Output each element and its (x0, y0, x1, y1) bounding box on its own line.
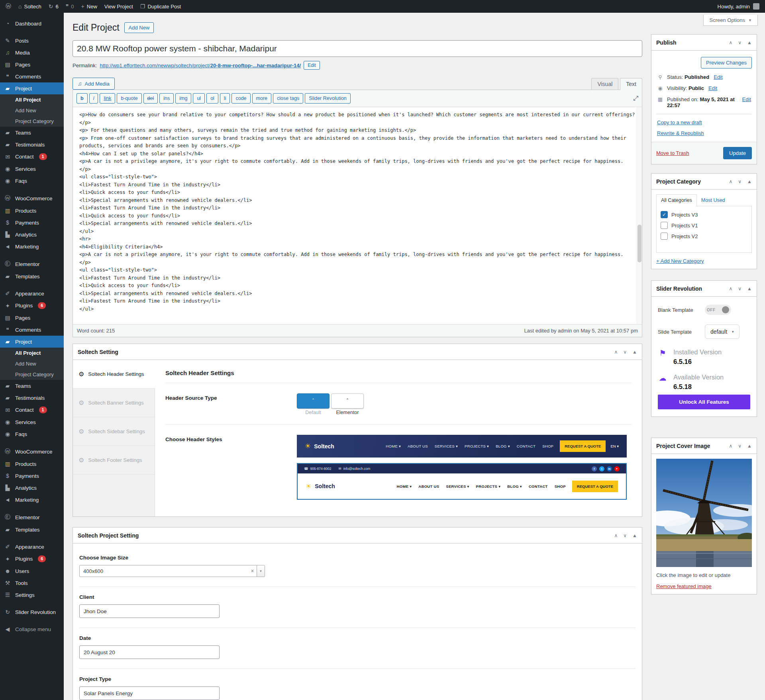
sidebar-item-dashboard[interactable]: ◔ Dashboard (0, 18, 64, 29)
qt-bold-button[interactable]: b (76, 93, 88, 104)
edit-published-date-link[interactable]: Edit (742, 96, 751, 102)
move-down-icon[interactable]: ∨ (738, 179, 741, 184)
sidebar-item-woocommerce[interactable]: Ⓦ WooCommerce (0, 192, 64, 205)
sidebar-subitem-all-project-2[interactable]: All Project (0, 348, 64, 358)
add-media-button[interactable]: ♫ Add Media (73, 78, 115, 90)
howdy-menu[interactable]: Howdy, admin (718, 4, 750, 10)
move-up-icon[interactable]: ∧ (729, 40, 733, 45)
toggle-panel-icon[interactable]: ▲ (747, 40, 752, 45)
date-input[interactable] (79, 645, 220, 659)
header-source-default-option[interactable]: ˆ Default (297, 393, 330, 415)
sidebar-item-marketing[interactable]: ◄ Marketing (0, 241, 64, 252)
text-tab[interactable]: Text (620, 78, 642, 90)
sidebar-item-plugins-2[interactable]: ✦ Plugins 6 (0, 553, 64, 565)
editor-scrollbar[interactable] (637, 107, 642, 324)
move-up-icon[interactable]: ∧ (729, 443, 733, 449)
post-title-input[interactable] (73, 40, 642, 57)
wordpress-logo-icon[interactable]: Ⓦ (6, 3, 11, 10)
tab-soltech-banner-settings[interactable]: ⚙ Soltech Banner Settings (73, 389, 155, 417)
sidebar-item-appearance-2[interactable]: ✐ Appearance (0, 541, 64, 553)
sidebar-item-analytics[interactable]: ▙ Analytics (0, 229, 64, 241)
copy-to-new-draft-link[interactable]: Copy to a new draft (657, 119, 751, 125)
move-up-icon[interactable]: ∧ (614, 533, 618, 538)
sidebar-item-elementor-2[interactable]: Ⓔ Elementor (0, 511, 64, 524)
sidebar-item-comments-2[interactable]: ❝ Comments (0, 324, 64, 336)
qt-code-button[interactable]: code (231, 93, 250, 104)
sidebar-item-payments[interactable]: $ Payments (0, 217, 64, 229)
qt-slider-revolution-button[interactable]: Slider Revolution (305, 93, 351, 104)
qt-more-button[interactable]: more (252, 93, 271, 104)
toggle-panel-icon[interactable]: ▲ (632, 349, 637, 355)
sidebar-subitem-add-new[interactable]: Add New (0, 105, 64, 116)
category-checkbox-projects-v2[interactable]: Projects V2 (661, 233, 747, 240)
update-button[interactable]: Update (723, 147, 752, 159)
sidebar-item-teams[interactable]: ▰ Teams (0, 127, 64, 139)
toggle-panel-icon[interactable]: ▲ (747, 179, 752, 184)
header-style-1-preview[interactable]: ☀Soltech HOME ▾ABOUT USSERVICES ▾PROJECT… (297, 435, 627, 458)
sidebar-subitem-project-category[interactable]: Project Category (0, 116, 64, 127)
sidebar-item-users[interactable]: ☻ Users (0, 565, 64, 577)
qt-bquote-button[interactable]: b-quote (117, 93, 141, 104)
sidebar-item-media[interactable]: ♫ Media (0, 47, 64, 59)
project-type-input[interactable] (79, 686, 220, 700)
sidebar-subitem-add-new-2[interactable]: Add New (0, 358, 64, 369)
view-project-link[interactable]: View Project (104, 4, 133, 10)
move-down-icon[interactable]: ∨ (738, 286, 741, 291)
blank-template-toggle[interactable]: OFF (705, 305, 731, 315)
sidebar-subitem-all-project[interactable]: All Project (0, 94, 64, 105)
sidebar-item-faqs[interactable]: ◉ Faqs (0, 175, 64, 187)
rewrite-republish-link[interactable]: Rewrite & Republish (657, 130, 751, 136)
qt-img-button[interactable]: img (175, 93, 191, 104)
sidebar-item-payments-2[interactable]: $ Payments (0, 470, 64, 482)
qt-italic-button[interactable]: i (89, 93, 98, 104)
qt-del-button[interactable]: del (143, 93, 158, 104)
qt-link-button[interactable]: link (100, 93, 115, 104)
sidebar-item-settings[interactable]: ☰ Settings (0, 589, 64, 601)
avatar[interactable] (753, 3, 759, 10)
sidebar-item-analytics-2[interactable]: ▙ Analytics (0, 482, 64, 494)
remove-featured-image-link[interactable]: Remove featured image (656, 583, 712, 589)
sidebar-item-testimonials[interactable]: ▰ Testimonials (0, 139, 64, 151)
sidebar-item-appearance[interactable]: ✐ Appearance (0, 287, 64, 299)
header-source-elementor-option[interactable]: ˆ Elementor (331, 393, 364, 415)
sidebar-item-templates[interactable]: ▰ Templates (0, 270, 64, 282)
sidebar-item-services[interactable]: ◉ Services (0, 163, 64, 175)
qt-ins-button[interactable]: ins (159, 93, 174, 104)
move-up-icon[interactable]: ∧ (614, 349, 618, 355)
move-down-icon[interactable]: ∨ (623, 533, 627, 538)
checkbox[interactable] (661, 222, 668, 229)
screen-options-button[interactable]: Screen Options ▼ (703, 15, 758, 26)
sidebar-item-faqs-2[interactable]: ◉ Faqs (0, 428, 64, 440)
move-to-trash-link[interactable]: Move to Trash (656, 150, 689, 156)
tab-soltech-sidebar-settings[interactable]: ⚙ Soltech Sidebar Settings (73, 417, 155, 446)
permalink-edit-button[interactable]: Edit (304, 61, 320, 70)
sidebar-item-pages-2[interactable]: ▤ Pages (0, 312, 64, 324)
checkbox[interactable]: ✓ (661, 211, 668, 218)
client-input[interactable] (79, 604, 220, 618)
toggle-panel-icon[interactable]: ▲ (747, 286, 752, 291)
qt-ul-button[interactable]: ul (193, 93, 205, 104)
all-categories-tab[interactable]: All Categories (656, 194, 697, 206)
visual-tab[interactable]: Visual (591, 78, 618, 90)
permalink-link[interactable]: http://wp1.efforttech.com/newwp/soltech/… (100, 63, 301, 68)
slide-template-select[interactable]: default ▾ (705, 325, 740, 339)
add-new-button[interactable]: Add New (124, 22, 154, 33)
most-used-tab[interactable]: Most Used (697, 195, 730, 206)
duplicate-post-link[interactable]: ❐Duplicate Post (140, 3, 181, 10)
sidebar-item-contact[interactable]: ✉ Contact 1 (0, 151, 64, 163)
category-checkbox-projects-v3[interactable]: ✓ Projects V3 (661, 211, 747, 218)
edit-status-link[interactable]: Edit (714, 74, 722, 80)
tab-soltech-header-settings[interactable]: ⚙ Soltech Header Settings (73, 360, 155, 389)
sidebar-item-products-2[interactable]: ▥ Products (0, 458, 64, 470)
sidebar-item-woocommerce-2[interactable]: Ⓦ WooCommerce (0, 445, 64, 458)
toggle-panel-icon[interactable]: ▲ (632, 533, 637, 538)
dropdown-caret-icon[interactable]: ▼ (257, 565, 265, 577)
qt-li-button[interactable]: li (220, 93, 230, 104)
unlock-all-features-button[interactable]: Unlock All Features (658, 395, 750, 409)
featured-image[interactable] (656, 459, 752, 567)
sidebar-item-pages[interactable]: ▤ Pages (0, 59, 64, 70)
updates-indicator[interactable]: ↻6 (49, 3, 59, 10)
add-new-category-link[interactable]: + Add New Category (656, 258, 704, 264)
sidebar-item-slider-revolution[interactable]: ↻ Slider Revolution (0, 606, 64, 618)
sidebar-item-teams-2[interactable]: ▰ Teams (0, 380, 64, 392)
